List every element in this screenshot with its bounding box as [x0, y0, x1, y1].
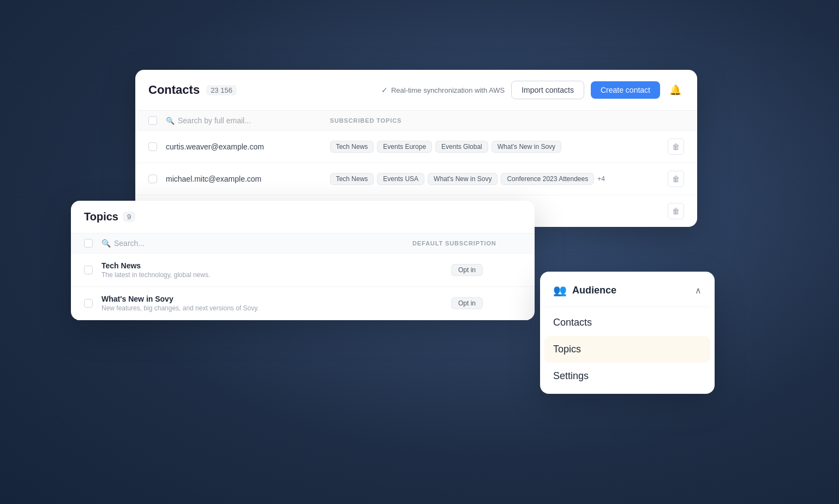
- audience-menu-header[interactable]: 👥 Audience ∧: [544, 276, 710, 304]
- row-checkbox[interactable]: [148, 142, 157, 151]
- contacts-title: Contacts: [148, 83, 200, 97]
- topics-search-placeholder: Search...: [114, 239, 145, 248]
- delete-contact-button[interactable]: 🗑: [668, 171, 684, 187]
- opt-in-badge: Opt in: [451, 297, 483, 309]
- notifications-icon[interactable]: 🔔: [667, 81, 684, 99]
- audience-menu: 👥 Audience ∧ Contacts Topics Settings: [540, 272, 715, 394]
- contacts-header: Contacts 23 156 ✓ Real-time synchronizat…: [135, 70, 697, 111]
- opt-in-badge: Opt in: [451, 264, 483, 276]
- topics-search-col: 🔍 Search...: [101, 239, 412, 248]
- contact-tags: Tech News Events Europe Events Global Wh…: [330, 141, 658, 153]
- topic-subscription-col: Opt in: [412, 297, 522, 309]
- topics-header: Topics 9: [71, 201, 535, 233]
- topic-description: New features, big changes, and next vers…: [101, 304, 412, 312]
- row-actions: 🗑: [658, 139, 684, 155]
- tag: Tech News: [330, 173, 374, 185]
- topics-search-area[interactable]: 🔍 Search...: [101, 239, 412, 248]
- topics-panel: Topics 9 🔍 Search... DEFAULT SUBSCRIPTIO…: [71, 201, 535, 320]
- topics-select-all-checkbox[interactable]: [84, 239, 93, 248]
- tag-overflow: +4: [597, 175, 605, 183]
- email-search-area[interactable]: 🔍 Search by full email...: [166, 116, 330, 125]
- tag: What's New in Sovy: [492, 141, 561, 153]
- search-icon: 🔍: [101, 239, 111, 248]
- topic-checkbox[interactable]: [84, 266, 93, 274]
- topic-row: What's New in Sovy New features, big cha…: [71, 287, 535, 320]
- header-email-col: 🔍 Search by full email...: [166, 116, 330, 125]
- tag: Tech News: [330, 141, 374, 153]
- search-placeholder: Search by full email...: [178, 116, 251, 125]
- delete-contact-button[interactable]: 🗑: [668, 203, 684, 219]
- menu-divider: [544, 307, 710, 307]
- topic-info: Tech News The latest in technology, glob…: [101, 261, 412, 279]
- tag: Events Global: [435, 141, 488, 153]
- sync-check-icon: ✓: [381, 86, 388, 94]
- select-all-checkbox[interactable]: [148, 116, 157, 125]
- tag: Conference 2023 Attendees: [501, 173, 594, 185]
- menu-item-contacts[interactable]: Contacts: [544, 309, 710, 336]
- import-contacts-button[interactable]: Import contacts: [511, 81, 584, 99]
- audience-menu-left: 👥 Audience: [553, 284, 616, 297]
- topic-row: Tech News The latest in technology, glob…: [71, 254, 535, 287]
- search-icon: 🔍: [166, 117, 175, 125]
- row-actions: 🗑: [658, 171, 684, 187]
- contacts-header-right: ✓ Real-time synchronization with AWS Imp…: [381, 81, 684, 99]
- header-topics-col: SUBSCRIBED TOPICS: [330, 117, 658, 124]
- topics-title: Topics: [84, 211, 118, 223]
- table-header: 🔍 Search by full email... SUBSCRIBED TOP…: [135, 111, 697, 131]
- menu-item-settings[interactable]: Settings: [544, 363, 710, 389]
- create-contact-button[interactable]: Create contact: [591, 81, 660, 99]
- topic-description: The latest in technology, global news.: [101, 271, 412, 279]
- topic-subscription-col: Opt in: [412, 264, 522, 276]
- chevron-up-icon: ∧: [695, 285, 702, 296]
- tag: Events Europe: [377, 141, 432, 153]
- row-actions: 🗑: [658, 203, 684, 219]
- sync-label: Real-time synchronization with AWS: [391, 86, 505, 94]
- topics-table-header: 🔍 Search... DEFAULT SUBSCRIPTION: [71, 233, 535, 254]
- row-checkbox[interactable]: [148, 175, 157, 183]
- table-row: curtis.weaver@example.com Tech News Even…: [135, 131, 697, 163]
- contacts-count: 23 156: [206, 85, 237, 95]
- topic-checkbox-col: [84, 266, 101, 274]
- row-checkbox-col: [148, 142, 166, 151]
- topic-checkbox[interactable]: [84, 299, 93, 308]
- topic-name: Tech News: [101, 261, 412, 270]
- delete-contact-button[interactable]: 🗑: [668, 139, 684, 155]
- topics-count: 9: [123, 212, 135, 222]
- contact-email: michael.mitc@example.com: [166, 175, 330, 183]
- topics-header-check-col: [84, 239, 101, 248]
- topic-info: What's New in Sovy New features, big cha…: [101, 295, 412, 312]
- sync-status: ✓ Real-time synchronization with AWS: [381, 86, 505, 94]
- tag: What's New in Sovy: [428, 173, 498, 185]
- topic-name: What's New in Sovy: [101, 295, 412, 303]
- contact-tags: Tech News Events USA What's New in Sovy …: [330, 173, 658, 185]
- header-checkbox-col: [148, 116, 166, 125]
- menu-item-topics[interactable]: Topics: [544, 336, 710, 363]
- table-row: michael.mitc@example.com Tech News Event…: [135, 163, 697, 195]
- audience-icon: 👥: [553, 284, 567, 297]
- topics-header-default-col: DEFAULT SUBSCRIPTION: [412, 240, 522, 247]
- audience-menu-label: Audience: [572, 285, 616, 296]
- tag: Events USA: [377, 173, 424, 185]
- contact-email: curtis.weaver@example.com: [166, 142, 330, 151]
- row-checkbox-col: [148, 175, 166, 183]
- topic-checkbox-col: [84, 299, 101, 308]
